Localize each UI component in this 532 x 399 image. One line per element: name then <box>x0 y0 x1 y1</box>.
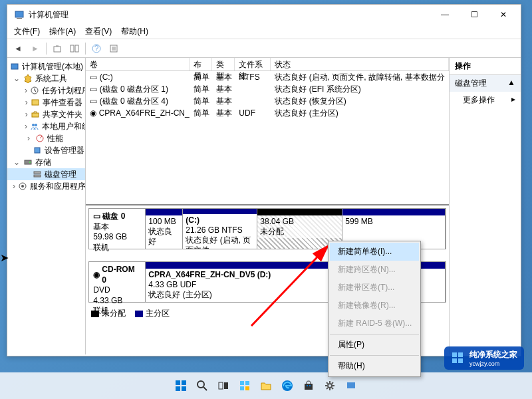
menu-file[interactable]: 文件(F) <box>14 26 40 37</box>
menu-help[interactable]: 帮助(H) <box>121 26 148 37</box>
menu-help[interactable]: 帮助(H) <box>330 357 419 375</box>
maximize-button[interactable]: ☐ <box>460 5 489 24</box>
forward-button[interactable]: ► <box>27 41 43 57</box>
search-icon[interactable] <box>194 377 211 394</box>
svg-point-13 <box>35 124 37 126</box>
svg-rect-41 <box>452 352 457 357</box>
tree-systools[interactable]: ⌄系统工具 <box>7 72 85 84</box>
col-layout[interactable]: 布局 <box>190 58 212 70</box>
actions-more[interactable]: 更多操作▸ <box>450 92 521 108</box>
volume-row[interactable]: ▭ (磁盘 0 磁盘分区 4)简单基本状态良好 (恢复分区) <box>86 95 448 107</box>
svg-rect-40 <box>347 382 355 388</box>
svg-rect-0 <box>15 11 23 17</box>
svg-rect-2 <box>54 47 61 52</box>
menu-new-mirror-volume: 新建镜像卷(R)... <box>330 297 419 315</box>
tree-shared[interactable]: ›共享文件夹 <box>7 108 85 120</box>
watermark: 纯净系统之家ycwjzy.com <box>444 346 524 370</box>
tree-storage[interactable]: ⌄存储 <box>7 156 85 168</box>
svg-rect-4 <box>75 45 78 52</box>
tree-perf[interactable]: ›性能 <box>7 132 85 144</box>
svg-rect-34 <box>245 386 249 390</box>
menu-new-raid5-volume: 新建 RAID-5 卷(W)... <box>330 315 419 332</box>
svg-rect-1 <box>17 18 22 19</box>
actions-header: 操作 <box>450 58 521 75</box>
svg-rect-44 <box>458 358 463 363</box>
svg-rect-29 <box>219 382 223 389</box>
menu-new-striped-volume: 新建带区卷(T)... <box>330 279 419 297</box>
actions-group[interactable]: 磁盘管理▲ <box>450 75 521 92</box>
col-volume[interactable]: 卷 <box>86 58 190 70</box>
widgets-icon[interactable] <box>236 377 253 394</box>
tree-devmgr[interactable]: 设备管理器 <box>7 144 85 156</box>
tree-root[interactable]: 计算机管理(本地) <box>7 61 85 72</box>
volume-row[interactable]: ▭ (C:)简单基本NTFS状态良好 (启动, 页面文件, 故障转储, 基本数据… <box>86 71 448 83</box>
store-icon[interactable] <box>300 377 317 394</box>
svg-rect-23 <box>176 380 180 385</box>
toolbar: ◄ ► ? <box>7 39 521 58</box>
menu-new-simple-volume[interactable]: 新建简单卷(I)... <box>330 243 419 261</box>
svg-line-28 <box>203 387 207 390</box>
disk0-info[interactable]: ▭磁盘 0 基本 59.98 GB 联机 <box>89 209 146 249</box>
volume-row[interactable]: ◉ CPRA_X64FRE_ZH-CN_DV5 (D:)简单基本UDF状态良好 … <box>86 107 448 119</box>
svg-point-17 <box>29 162 31 163</box>
svg-rect-15 <box>35 148 40 153</box>
tree-services[interactable]: ›服务和应用程序 <box>7 180 85 192</box>
svg-rect-31 <box>240 381 244 385</box>
menu-view[interactable]: 查看(V) <box>85 26 112 37</box>
app-icon[interactable] <box>342 377 360 394</box>
svg-rect-24 <box>182 380 186 385</box>
app-icon <box>14 9 25 20</box>
cdrom-info[interactable]: ◉CD-ROM 0 DVD 4.33 GB 联机 <box>89 262 146 302</box>
col-status[interactable]: 状态 <box>271 58 448 70</box>
disc-icon: ◉ <box>93 270 100 281</box>
drive-icon: ▭ <box>90 96 97 106</box>
volume-header[interactable]: 卷 布局 类型 文件系统 状态 <box>86 58 448 71</box>
svg-text:?: ? <box>94 44 99 53</box>
start-button[interactable] <box>172 377 190 394</box>
back-button[interactable]: ◄ <box>10 41 26 57</box>
context-menu: 新建简单卷(I)... 新建跨区卷(N)... 新建带区卷(T)... 新建镜像… <box>328 241 421 377</box>
svg-rect-3 <box>70 45 74 52</box>
col-fs[interactable]: 文件系统 <box>235 58 271 70</box>
volume-row[interactable]: ▭ (磁盘 0 磁盘分区 1)简单基本状态良好 (EFI 系统分区) <box>86 83 448 95</box>
drive-icon: ▭ <box>90 84 97 94</box>
tree-scheduler[interactable]: ›任务计划程序 <box>7 84 85 96</box>
tree-users[interactable]: ›本地用户和组 <box>7 120 85 132</box>
svg-point-12 <box>32 124 35 126</box>
volume-list[interactable]: ▭ (C:)简单基本NTFS状态良好 (启动, 页面文件, 故障转储, 基本数据… <box>86 71 448 204</box>
svg-rect-42 <box>458 352 463 357</box>
svg-rect-32 <box>245 381 249 385</box>
taskview-icon[interactable] <box>215 377 232 394</box>
up-button[interactable] <box>49 41 65 57</box>
tree-eventvwr[interactable]: ›事件查看器 <box>7 96 85 108</box>
col-type[interactable]: 类型 <box>212 58 235 70</box>
menu-action[interactable]: 操作(A) <box>49 26 76 37</box>
close-button[interactable]: ✕ <box>489 5 518 24</box>
menu-new-spanned-volume: 新建跨区卷(N)... <box>330 261 419 279</box>
window-title: 计算机管理 <box>29 9 430 21</box>
svg-rect-19 <box>34 175 41 177</box>
svg-rect-38 <box>309 385 311 386</box>
minimize-button[interactable]: — <box>430 5 460 24</box>
settings-icon[interactable] <box>321 377 338 394</box>
svg-rect-18 <box>34 172 41 174</box>
partition-efi[interactable]: 100 MB状态良好 <box>146 209 183 249</box>
actions-panel: 操作 磁盘管理▲ 更多操作▸ <box>450 58 521 354</box>
partition-c[interactable]: (C:)21.26 GB NTFS状态良好 (启动, 页面文件 <box>183 209 257 249</box>
svg-rect-25 <box>176 386 180 391</box>
properties-button[interactable] <box>106 41 122 57</box>
svg-point-21 <box>21 185 24 188</box>
svg-rect-37 <box>307 385 308 386</box>
tree-panel[interactable]: 计算机管理(本地) ⌄系统工具 ›任务计划程序 ›事件查看器 ›共享文件夹 ›本… <box>7 58 86 354</box>
taskbar[interactable] <box>0 372 532 399</box>
svg-rect-8 <box>11 64 18 69</box>
titlebar[interactable]: 计算机管理 — ☐ ✕ <box>7 5 521 25</box>
menu-properties[interactable]: 属性(P) <box>330 336 419 354</box>
computer-management-window: 计算机管理 — ☐ ✕ 文件(F) 操作(A) 查看(V) 帮助(H) ◄ ► … <box>7 4 521 356</box>
help-button[interactable]: ? <box>88 41 104 57</box>
svg-point-27 <box>198 381 204 388</box>
tree-diskmgmt[interactable]: 磁盘管理 <box>7 168 85 180</box>
explorer-icon[interactable] <box>257 377 275 394</box>
refresh-button[interactable] <box>66 41 82 57</box>
edge-icon[interactable] <box>279 377 296 394</box>
